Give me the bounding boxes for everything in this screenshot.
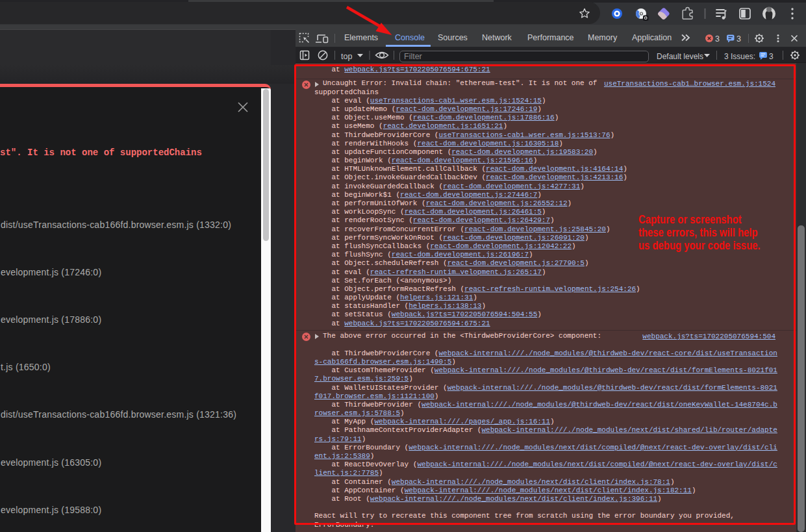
svg-text:3: 3: [715, 34, 720, 44]
svg-text:3: 3: [737, 34, 741, 44]
